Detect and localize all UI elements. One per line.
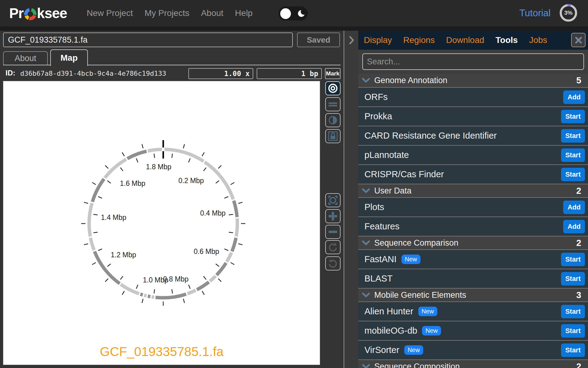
tool-row-alien-hunter: Alien HunterNewStart (358, 301, 588, 321)
search-input[interactable] (362, 53, 584, 70)
start-blast-button[interactable]: Start (561, 272, 585, 286)
tool-name: CARD Resistance Gene Identifier (364, 131, 497, 141)
map-unit-label: 1.2 Mbp (111, 251, 136, 259)
section-count: 5 (576, 75, 581, 86)
tool-row-plannotate: pLannotateStart (358, 145, 588, 164)
nav-link-help[interactable]: Help (235, 8, 253, 18)
section-header-genome-annotation[interactable]: Genome Annotation5 (358, 74, 588, 87)
tool-row-card-resistance-gene-identifier: CARD Resistance Gene IdentifierStart (358, 126, 588, 145)
proksee-app: Pr ksee New ProjectMy ProjectsAboutHelp … (0, 0, 588, 368)
tool-row-virsorter: VirSorterNewStart (358, 340, 588, 359)
tool-name: FastANI (364, 254, 397, 264)
saved-button[interactable]: Saved (297, 33, 340, 47)
add-features-button[interactable]: Add (563, 220, 585, 233)
section-title: Mobile Genetic Elements (374, 290, 466, 300)
invert-colors-button[interactable] (325, 113, 341, 127)
start-plannotate-button[interactable]: Start (561, 148, 585, 162)
zoom-in-button[interactable] (325, 209, 341, 223)
map-unit-label: 0.8 Mbp (163, 275, 188, 283)
map-unit-label: 1.6 Mbp (120, 179, 145, 188)
add-plots-button[interactable]: Add (563, 201, 585, 214)
new-badge: New (401, 255, 420, 264)
tutorial-progress-ring[interactable]: 3% (559, 3, 578, 23)
sidebar-tab-tools[interactable]: Tools (496, 35, 518, 45)
genome-map (3, 81, 320, 365)
bp-position-field[interactable]: 1 bp (257, 68, 322, 79)
proksee-logo[interactable]: Pr ksee (9, 0, 67, 26)
zoom-level-field[interactable]: 1.00 x (188, 68, 253, 79)
chevron-right-icon (349, 36, 354, 44)
tool-name: ORFs (364, 92, 388, 102)
sidebar-gutter (344, 31, 358, 368)
add-orfs-button[interactable]: Add (563, 90, 585, 104)
lock-button[interactable] (325, 129, 341, 143)
tool-name: CRISPR/Cas Finder (364, 169, 444, 179)
minus-icon (328, 227, 338, 237)
close-sidebar-button[interactable] (571, 33, 586, 47)
start-fastani-button[interactable]: Start (561, 253, 585, 266)
nav-link-new-project[interactable]: New Project (87, 8, 133, 18)
redo-button[interactable] (325, 240, 341, 254)
tab-about[interactable]: About (3, 51, 48, 65)
sidebar-tab-regions[interactable]: Regions (403, 35, 435, 45)
tool-row-plots: PlotsAdd (358, 197, 588, 217)
start-prokka-button[interactable]: Start (561, 110, 585, 123)
zoom-out-button[interactable] (325, 225, 341, 239)
logo-text-suffix: ksee (37, 5, 67, 21)
new-badge: New (422, 326, 441, 335)
chevron-down-icon (362, 188, 370, 194)
nav-link-my-projects[interactable]: My Projects (145, 8, 189, 18)
redo-arrow-icon (328, 242, 338, 252)
horizontal-bars-icon (328, 99, 338, 109)
mark-button[interactable]: Mark (325, 68, 341, 79)
tool-row-mobileog-db: mobileOG-dbNewStart (358, 321, 588, 340)
section-header-user-data[interactable]: User Data2 (358, 184, 588, 197)
sidebar-tab-display[interactable]: Display (364, 35, 392, 45)
half-circle-icon (328, 115, 338, 125)
tab-map[interactable]: Map (50, 49, 88, 66)
tool-name: Plots (364, 202, 384, 212)
theme-toggle[interactable] (278, 6, 308, 21)
chevron-down-icon (362, 78, 370, 83)
collapse-sidebar-button[interactable] (347, 34, 356, 47)
chevron-down-icon (362, 364, 370, 368)
tool-name: VirSorter (364, 345, 399, 355)
sidebar-search-area (358, 50, 588, 74)
tutorial-link[interactable]: Tutorial (519, 0, 551, 26)
start-crispr-cas-finder-button[interactable]: Start (561, 168, 585, 181)
project-filename-input[interactable] (3, 33, 293, 47)
light-mode-icon (280, 8, 291, 19)
section-header-sequence-composition[interactable]: Sequence Composition2 (358, 359, 588, 368)
tool-name: mobileOG-db (364, 326, 417, 336)
tool-row-fastani: FastANINewStart (358, 249, 588, 269)
genome-map-canvas[interactable]: GCF_019335785.1.fa 1.8 Mbp0.2 Mbp1.6 Mbp… (3, 81, 320, 365)
map-unit-label: 0.2 Mbp (178, 177, 204, 185)
start-mobileog-db-button[interactable]: Start (561, 324, 585, 338)
start-virsorter-button[interactable]: Start (561, 343, 585, 357)
logo-text-prefix: Pr (9, 5, 24, 21)
tool-row-crispr-cas-finder: CRISPR/Cas FinderStart (358, 164, 588, 184)
start-card-resistance-gene-identifier-button[interactable]: Start (561, 129, 585, 143)
circular-view-button[interactable] (325, 81, 341, 95)
fit-view-button[interactable] (325, 193, 341, 207)
start-alien-hunter-button[interactable]: Start (561, 305, 585, 318)
nav-link-about[interactable]: About (201, 8, 223, 18)
undo-arrow-icon (328, 258, 338, 269)
navbar-divider (0, 26, 588, 31)
top-navbar: Pr ksee New ProjectMy ProjectsAboutHelp … (0, 0, 588, 26)
section-header-sequence-comparison[interactable]: Sequence Comparison2 (358, 236, 588, 249)
fit-circle-icon (327, 195, 338, 206)
map-unit-label: 1.8 Mbp (146, 163, 171, 171)
tool-row-features: FeaturesAdd (358, 217, 588, 236)
chevron-down-icon (362, 293, 370, 298)
sidebar-tab-jobs[interactable]: Jobs (529, 35, 547, 45)
undo-button[interactable] (325, 256, 341, 270)
sidebar-tab-download[interactable]: Download (446, 35, 484, 45)
dark-mode-moon-icon (297, 9, 306, 18)
map-caption: GCF_019335785.1.fa (100, 344, 224, 359)
linear-view-button[interactable] (325, 97, 341, 111)
section-header-mobile-genetic-elements[interactable]: Mobile Genetic Elements3 (358, 288, 588, 301)
concentric-circles-icon (328, 83, 338, 94)
tool-name: BLAST (364, 274, 393, 284)
padlock-icon (327, 131, 338, 142)
